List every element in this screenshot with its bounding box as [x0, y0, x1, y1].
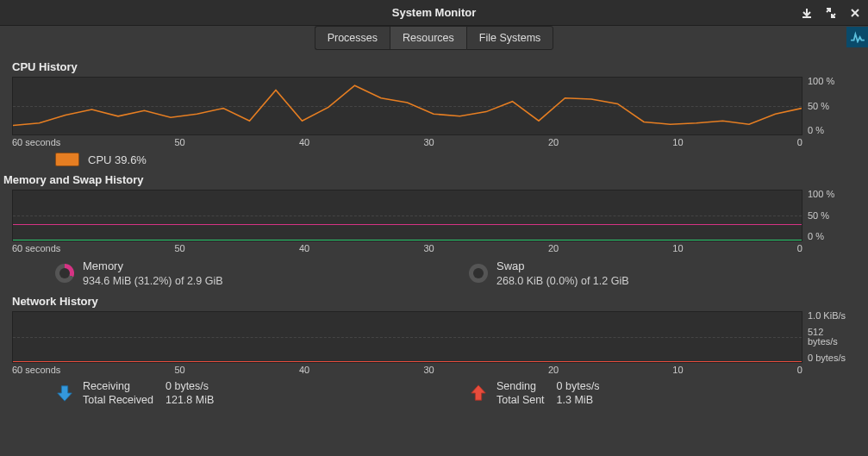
cpu-y-axis: 100 % 50 % 0 % — [802, 77, 856, 135]
tabbar: Processes Resources File Systems — [0, 26, 868, 50]
x-tick: 10 — [672, 243, 683, 253]
cpu-legend-label: CPU 39.6% — [88, 153, 147, 166]
titlebar: System Monitor — [0, 0, 868, 26]
x-tick: 0 — [797, 137, 802, 147]
y-tick: 100 % — [808, 77, 856, 86]
y-tick: 50 % — [808, 211, 856, 221]
x-tick: 10 — [672, 365, 683, 375]
net-send-line — [13, 361, 802, 362]
memory-pie-icon — [55, 264, 74, 283]
x-tick: 30 — [423, 137, 434, 147]
close-button[interactable] — [847, 5, 863, 21]
x-tick: 0 — [797, 365, 802, 375]
mem-y-axis: 100 % 50 % 0 % — [802, 190, 856, 241]
x-tick: 50 — [174, 243, 184, 253]
net-x-axis: 60 seconds 50 40 30 20 10 0 — [12, 365, 856, 375]
cpu-plot — [13, 78, 802, 134]
x-tick: 20 — [548, 243, 559, 253]
net-send-legend[interactable]: Sending 0 bytes/s Total Sent 1.3 MiB — [469, 380, 600, 406]
tab-processes[interactable]: Processes — [315, 26, 390, 50]
cpu-x-axis: 60 seconds 50 40 30 20 10 0 — [12, 137, 856, 147]
swap-label: Swap — [496, 259, 629, 274]
mem-memory-legend[interactable]: Memory 934.6 MiB (31.2%) of 2.9 GiB — [55, 259, 434, 288]
mem-chart: 100 % 50 % 0 % — [12, 190, 856, 241]
download-arrow-icon — [55, 384, 74, 403]
cpu-chart: 100 % 50 % 0 % — [12, 77, 856, 135]
y-tick: 512 bytes/s — [808, 328, 856, 347]
tray-monitor-icon[interactable] — [846, 27, 868, 47]
send-rate: 0 bytes/s — [557, 380, 600, 392]
mem-chart-box — [12, 190, 802, 241]
x-tick: 30 — [423, 365, 434, 375]
mem-legend: Memory 934.6 MiB (31.2%) of 2.9 GiB Swap… — [55, 259, 856, 288]
net-recv-legend[interactable]: Receiving 0 bytes/s Total Received 121.8… — [55, 380, 434, 406]
x-tick: 60 seconds — [12, 365, 60, 375]
mem-swap-line — [13, 240, 802, 240]
swap-detail: 268.0 KiB (0.0%) of 1.2 GiB — [496, 274, 629, 289]
cpu-chart-box — [12, 77, 802, 135]
x-tick: 50 — [174, 137, 184, 147]
window-title: System Monitor — [0, 6, 868, 19]
tab-file-systems[interactable]: File Systems — [466, 26, 554, 50]
mem-memory-line — [13, 224, 802, 225]
net-section-title: Network History — [12, 295, 856, 308]
y-tick: 100 % — [808, 190, 856, 199]
net-chart-box — [12, 311, 802, 363]
net-recv-text: Receiving 0 bytes/s Total Received 121.8… — [83, 380, 214, 406]
y-tick: 0 bytes/s — [808, 353, 856, 363]
y-tick: 50 % — [808, 102, 856, 111]
memory-detail: 934.6 MiB (31.2%) of 2.9 GiB — [83, 274, 223, 289]
net-send-text: Sending 0 bytes/s Total Sent 1.3 MiB — [496, 380, 600, 406]
mem-swap-legend[interactable]: Swap 268.0 KiB (0.0%) of 1.2 GiB — [469, 259, 629, 288]
x-tick: 50 — [174, 365, 184, 375]
x-tick: 40 — [299, 365, 309, 375]
send-total: 1.3 MiB — [557, 394, 600, 406]
cpu-section-title: CPU History — [12, 60, 856, 73]
net-chart: 1.0 KiB/s 512 bytes/s 0 bytes/s — [12, 311, 856, 363]
x-tick: 20 — [548, 137, 559, 147]
y-tick: 0 % — [808, 232, 856, 241]
recv-total-label: Total Received — [83, 394, 153, 406]
swap-legend-text: Swap 268.0 KiB (0.0%) of 1.2 GiB — [496, 259, 629, 288]
net-y-axis: 1.0 KiB/s 512 bytes/s 0 bytes/s — [802, 311, 856, 363]
y-tick: 0 % — [808, 126, 856, 135]
upload-arrow-icon — [469, 384, 488, 403]
tab-resources[interactable]: Resources — [390, 26, 466, 50]
x-tick: 30 — [423, 243, 434, 253]
recv-label: Receiving — [83, 380, 153, 392]
cpu-swatch — [55, 153, 79, 166]
cpu-legend: CPU 39.6% — [55, 153, 856, 166]
content-resources: CPU History 100 % 50 % 0 % 60 seconds 50… — [0, 50, 868, 420]
send-label: Sending — [496, 380, 545, 392]
mem-x-axis: 60 seconds 50 40 30 20 10 0 — [12, 243, 856, 253]
net-legend: Receiving 0 bytes/s Total Received 121.8… — [55, 380, 856, 406]
maximize-button[interactable] — [823, 5, 839, 21]
x-tick: 0 — [797, 243, 802, 253]
swap-pie-icon — [469, 264, 488, 283]
x-tick: 60 seconds — [12, 243, 60, 253]
x-tick: 20 — [548, 365, 559, 375]
minimize-button[interactable] — [799, 5, 815, 21]
mem-section-title: Memory and Swap History — [3, 173, 856, 186]
window-controls — [799, 0, 863, 25]
send-total-label: Total Sent — [496, 394, 545, 406]
memory-legend-text: Memory 934.6 MiB (31.2%) of 2.9 GiB — [83, 259, 223, 288]
memory-label: Memory — [83, 259, 223, 274]
y-tick: 1.0 KiB/s — [808, 311, 856, 321]
cpu-legend-item[interactable]: CPU 39.6% — [55, 153, 147, 166]
x-tick: 10 — [672, 137, 683, 147]
x-tick: 60 seconds — [12, 137, 60, 147]
x-tick: 40 — [299, 243, 309, 253]
recv-rate: 0 bytes/s — [165, 380, 214, 392]
recv-total: 121.8 MiB — [165, 394, 214, 406]
x-tick: 40 — [299, 137, 309, 147]
